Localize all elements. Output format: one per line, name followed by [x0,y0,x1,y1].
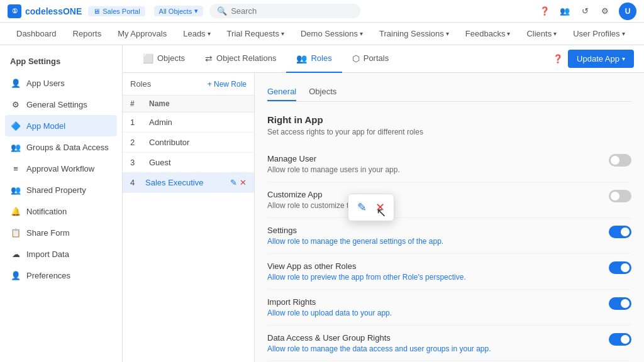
toggle-import-rights[interactable] [609,297,631,310]
toggle-data-access[interactable] [609,333,631,346]
nav-demo-sessions[interactable]: Demo Sessions [294,25,369,42]
popup-edit-button[interactable]: ✎ [357,200,367,214]
role-row-admin[interactable]: 1 Admin [123,112,254,133]
role-row-contributor[interactable]: 2 Contributor [123,133,254,153]
objects-dropdown[interactable]: All Objects ▾ [154,6,204,16]
section-desc: Set access rights to your app for differ… [267,128,631,136]
nav-reports[interactable]: Reports [67,25,108,42]
toggle-customize-app[interactable] [609,190,631,202]
nav-feedbacks[interactable]: Feedbacks [459,25,517,42]
users-icon[interactable]: 👥 [558,5,571,18]
edit-icon[interactable]: ✎ [230,178,237,187]
history-icon[interactable]: ↺ [579,5,591,18]
secondary-navbar: Dashboard Reports My Approvals Leads Tri… [0,23,644,45]
permission-settings: Settings Allow role to manage the genera… [267,218,631,254]
permission-import-rights: Import Rights Allow role to upload data … [267,290,631,326]
toggle-settings[interactable] [609,226,631,238]
tab-roles[interactable]: 👥 Roles [286,45,341,73]
sidebar-item-app-model[interactable]: 🔷 App Model [5,115,117,136]
role-row-guest[interactable]: 3 Guest [123,153,254,173]
workflow-icon: ≡ [10,163,21,174]
roles-label: Roles [130,79,151,89]
import-icon: ☁ [10,248,21,260]
users-icon: 👤 [10,77,21,89]
nav-trial-requests[interactable]: Trial Requests [221,25,291,42]
search-icon: 🔍 [217,6,227,16]
sidebar-item-share-form[interactable]: 📋 Share Form [0,222,122,243]
settings-icon[interactable]: ⚙ [599,5,611,18]
content-area: ⬜ Objects ⇄ Object Relations 👥 Roles ⬡ P… [123,45,644,362]
action-popup: ✎ ✕ [348,194,394,221]
nav-user-profiles[interactable]: User Profiles [567,25,631,42]
search-bar[interactable]: 🔍 [209,4,360,18]
nav-dashboard[interactable]: Dashboard [10,25,63,42]
app-badge[interactable]: 🖥 Sales Portal [88,6,145,16]
model-icon: 🔷 [10,120,21,131]
section-title: Right in App [267,114,631,125]
objects-icon: ⬜ [143,53,153,63]
app-name: Sales Portal [103,8,140,15]
nav-clients[interactable]: Clients [520,25,563,42]
roles-list: Roles + New Role # Name 1 Admin [123,73,255,362]
tab-objects[interactable]: ⬜ Objects [133,45,195,73]
help-circle-icon[interactable]: ❓ [553,54,563,63]
sidebar-item-shared-property[interactable]: 👥 Shared Property [0,179,122,200]
panel-tab-general[interactable]: General [267,83,296,101]
tab-object-relations[interactable]: ⇄ Object Relations [195,45,286,73]
main-tabs: ⬜ Objects ⇄ Object Relations 👥 Roles ⬡ P… [133,45,399,73]
right-panel: General Objects Right in App Set access … [255,73,644,362]
logo[interactable]: ① codelessONE [8,4,82,18]
nav-leads[interactable]: Leads [177,25,216,42]
search-input[interactable] [231,6,344,16]
toggle-manage-user[interactable] [609,154,631,167]
app-icon: 🖥 [93,8,100,15]
main-layout: App Settings 👤 App Users ⚙ General Setti… [0,45,644,362]
chevron-down-icon: ▾ [194,7,198,15]
preferences-icon: 👤 [10,270,21,281]
logo-icon: ① [8,4,21,18]
nav-my-approvals[interactable]: My Approvals [111,25,173,42]
panel-tabs: General Objects [267,83,631,102]
form-icon: 📋 [10,227,21,238]
roles-table-header: # Name [123,96,254,112]
sidebar: App Settings 👤 App Users ⚙ General Setti… [0,45,123,362]
logo-text: codelessONE [25,6,82,16]
popup-delete-button[interactable]: ✕ [375,200,385,214]
role-row-sales-executive[interactable]: 4 Sales Executive ✎ ✕ [123,173,254,193]
top-nav-actions: ❓ 👥 ↺ ⚙ U [538,3,636,20]
sidebar-item-preferences[interactable]: 👤 Preferences [0,265,122,286]
permission-data-access: Data Access & User Group Rights Allow ro… [267,326,631,361]
permission-customize-app: Customize App Allow role to customize th… [267,182,631,218]
objects-label: All Objects [159,8,192,15]
sidebar-item-import-data[interactable]: ☁ Import Data [0,243,122,265]
portals-icon: ⬡ [352,53,360,63]
gear-icon: ⚙ [10,99,21,110]
help-icon[interactable]: ❓ [538,5,551,18]
sidebar-item-groups-data-access[interactable]: 👥 Groups & Data Access [0,136,122,158]
permission-view-as-roles: View App as other Roles Allow role to pr… [267,254,631,290]
tab-portals[interactable]: ⬡ Portals [342,45,399,73]
caret-icon: ▾ [622,55,625,62]
sidebar-item-approval-workflow[interactable]: ≡ Approval Workflow [0,158,122,179]
nav-training-sessions[interactable]: Training Sessions [373,25,455,42]
tabs-actions: ❓ Update App ▾ [553,50,634,68]
groups-icon: 👥 [10,141,21,153]
bell-icon: 🔔 [10,206,21,217]
shared-icon: 👥 [10,184,21,195]
sidebar-item-general-settings[interactable]: ⚙ General Settings [0,94,122,115]
new-role-button[interactable]: + New Role [208,80,247,89]
permission-manage-user: Manage User Allow role to manage users i… [267,146,631,182]
panel-tab-objects[interactable]: Objects [309,83,336,101]
roles-content: Roles + New Role # Name 1 Admin [123,73,644,362]
update-app-button[interactable]: Update App ▾ [568,50,634,68]
roles-list-header: Roles + New Role [123,73,254,96]
roles-icon: 👥 [296,53,307,63]
top-navbar: ① codelessONE 🖥 Sales Portal All Objects… [0,0,644,23]
delete-icon[interactable]: ✕ [240,178,247,187]
sidebar-item-notification[interactable]: 🔔 Notification [0,200,122,222]
toggle-view-as-roles[interactable] [609,261,631,274]
roles-table: # Name 1 Admin 2 Contributor 3 Guest [123,96,254,362]
tabs-bar: ⬜ Objects ⇄ Object Relations 👥 Roles ⬡ P… [123,45,644,73]
avatar[interactable]: U [619,3,636,20]
sidebar-item-app-users[interactable]: 👤 App Users [0,72,122,94]
